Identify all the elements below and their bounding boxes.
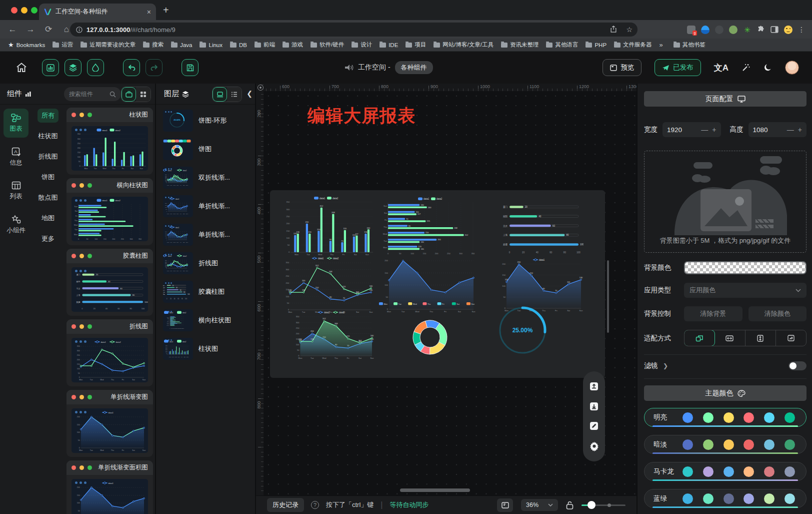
layers-button[interactable] (64, 59, 82, 76)
bookmark-item[interactable]: 游戏 (280, 41, 305, 49)
bookmark-item[interactable]: 运营 (50, 41, 75, 49)
component-card[interactable]: 横向柱状图data1data2050100150200250300350MonT… (66, 178, 153, 245)
theme-color-dot[interactable] (703, 466, 714, 477)
preview-button[interactable]: 预览 (602, 59, 642, 76)
theme-color-dot[interactable] (703, 439, 714, 450)
design-canvas[interactable]: 6007008009001000110012001300 20030040050… (256, 84, 636, 514)
unlock-icon[interactable] (566, 501, 574, 509)
dark-mode-moon-icon[interactable] (764, 64, 772, 72)
theme-color-dot[interactable] (764, 412, 774, 423)
edit-icon[interactable] (589, 421, 599, 431)
canvas-horizontal-scrollbar[interactable] (400, 488, 470, 492)
layer-thumbnail-view-toggle[interactable] (212, 87, 227, 102)
layer-item[interactable]: data1data2050100150200250300350MonTueWed… (163, 252, 248, 274)
layer-list-view-toggle[interactable] (227, 87, 242, 102)
browser-menu-icon[interactable]: ⋮ (798, 26, 805, 34)
scene-pie-chart[interactable]: MonTueWedThuFriSatSun (378, 301, 482, 360)
browser-forward-icon[interactable]: → (25, 25, 36, 35)
bookmark-item[interactable]: 项目 (404, 41, 428, 49)
scene-line-chart[interactable]: data1data2050100150200250300350MonTueWed… (279, 255, 375, 314)
scene-chart-group[interactable]: data1data2050100150200250300350Mon120130… (270, 190, 605, 378)
fit-height-option[interactable] (746, 330, 776, 346)
theme-color-dot[interactable] (784, 439, 795, 450)
theme-row-暗淡[interactable]: 暗淡 (644, 435, 806, 454)
height-value[interactable]: 1080 (753, 126, 783, 134)
theme-color-dot[interactable] (682, 466, 693, 477)
save-button[interactable] (182, 59, 198, 76)
height-stepper[interactable]: 1080 — + (748, 122, 807, 137)
publish-button[interactable]: 已发布 (654, 59, 701, 76)
layer-item[interactable]: MonTueWedThuFriSatSun饼图 (163, 138, 248, 160)
theme-color-dot[interactable] (724, 466, 734, 477)
bookmark-star-icon[interactable]: ☆ (626, 26, 632, 34)
new-tab-button[interactable]: + (163, 5, 169, 16)
extension-icon[interactable]: g (687, 26, 696, 34)
extensions-puzzle-icon[interactable] (757, 26, 765, 34)
canvas-vertical-scrollbar[interactable] (607, 260, 609, 333)
browser-back-icon[interactable]: ← (7, 25, 18, 35)
bookmark-item[interactable]: 软件/硬件 (308, 41, 346, 49)
details-button[interactable] (87, 59, 104, 76)
sidebar-tab-列表[interactable]: 列表 (4, 177, 28, 205)
theme-color-dot[interactable] (724, 493, 734, 504)
bookmark-item[interactable]: 资讯未整理 (499, 41, 541, 49)
zoom-slider[interactable] (582, 504, 626, 506)
filter-toggle[interactable] (788, 361, 806, 370)
theme-color-dot[interactable] (682, 412, 693, 423)
width-value[interactable]: 1920 (667, 126, 697, 134)
theme-color-dot[interactable] (703, 493, 714, 504)
clear-background-button[interactable]: 清除背景 (684, 306, 742, 321)
page-config-header[interactable]: 页面配置 (644, 91, 806, 107)
profile-avatar-icon[interactable] (784, 26, 792, 34)
scene-bar-chart[interactable]: data1data2050100150200250300350Mon120130… (279, 195, 375, 256)
width-stepper[interactable]: 1920 — + (662, 122, 721, 137)
layer-item[interactable]: 25.00%饼图-环形 (163, 110, 248, 132)
theme-color-dot[interactable] (784, 412, 795, 423)
theme-color-header[interactable]: 主题颜色 (644, 385, 806, 401)
magic-wand-icon[interactable] (742, 63, 750, 72)
component-card[interactable]: 单折线渐变图data1050100150200MonTueWedThuFriSa… (66, 390, 153, 457)
redo-button[interactable] (146, 59, 162, 76)
theme-color-dot[interactable] (764, 466, 774, 477)
theme-row-明亮[interactable]: 明亮 (644, 408, 806, 427)
scene-title-text[interactable]: 编辑大屏报表 (308, 104, 416, 128)
zoom-slider-handle[interactable] (588, 501, 596, 509)
apply-type-select[interactable]: 应用颜色 (684, 283, 806, 298)
macos-close-button[interactable] (11, 7, 18, 14)
home-icon[interactable] (16, 63, 27, 73)
width-increase-button[interactable]: + (712, 126, 716, 134)
project-name-badge[interactable]: 各种组件 (395, 61, 433, 74)
sidebar-tab-小组件[interactable]: 小组件 (4, 210, 28, 239)
language-toggle-icon[interactable]: 文A (714, 62, 728, 74)
macos-minimize-button[interactable] (21, 7, 28, 14)
browser-reload-icon[interactable]: ⟳ (43, 24, 54, 35)
bookmark-item[interactable]: 设计 (350, 41, 374, 49)
extension-icon[interactable] (729, 26, 738, 34)
bookmarks-overflow-chevron[interactable]: » (658, 41, 665, 49)
layer-item[interactable]: 厦门20南阳40北京60上海80新疆100020406080100胶囊柱图 (163, 281, 248, 303)
height-decrease-button[interactable]: — (787, 126, 794, 134)
scene-capsule-chart[interactable]: 厦门20南阳40北京60上海80新疆100020406080100 (498, 199, 584, 255)
bookmark-item[interactable]: 其他语言 (544, 41, 580, 49)
sidebar-tab-信息[interactable]: A信息 (4, 143, 28, 172)
bookmark-item[interactable]: 搜索 (141, 41, 166, 49)
sidebar-tab-图表[interactable]: 图表 (4, 109, 28, 138)
fit-scale-option[interactable] (684, 330, 715, 346)
width-decrease-button[interactable]: — (701, 126, 708, 134)
theme-color-dot[interactable] (764, 439, 774, 450)
chart-components-button[interactable] (42, 59, 59, 76)
theme-color-dot[interactable] (724, 412, 734, 423)
sidepanel-icon[interactable] (770, 26, 778, 33)
fit-stretch-option[interactable] (776, 330, 806, 346)
bookmarks-root[interactable]: ★Bookmarks (6, 41, 47, 49)
bookmark-item[interactable]: DB (228, 42, 249, 48)
background-color-picker[interactable] (684, 261, 806, 274)
extension-icon[interactable] (701, 26, 710, 34)
undo-button[interactable] (123, 59, 140, 76)
theme-color-dot[interactable] (764, 493, 774, 504)
theme-color-dot[interactable] (682, 439, 693, 450)
site-info-icon[interactable] (76, 27, 82, 33)
theme-color-dot[interactable] (744, 466, 754, 477)
zoom-select[interactable]: 36% (521, 499, 558, 511)
theme-color-dot[interactable] (703, 412, 714, 423)
